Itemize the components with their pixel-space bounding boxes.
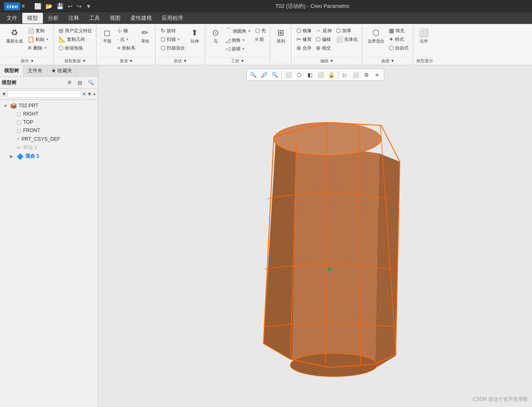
- fill-btn[interactable]: ▦填充: [387, 26, 410, 35]
- sketch-tree-icon: ✏: [17, 144, 21, 151]
- tree-item-top[interactable]: ◻ TOP: [0, 118, 98, 126]
- regen-label: 重新生成: [6, 38, 23, 44]
- extend-btn[interactable]: ↔延伸: [314, 26, 333, 35]
- tree-filter-btn[interactable]: ▤: [76, 78, 84, 87]
- merge-btn[interactable]: ⊕合并: [295, 44, 313, 52]
- trim-btn[interactable]: ✂修剪: [295, 35, 313, 43]
- delete-btn[interactable]: ✕删除 ▼: [26, 44, 51, 52]
- view-more-btn[interactable]: ≡: [372, 70, 382, 80]
- tree-item-front[interactable]: ◻ FRONT: [0, 126, 98, 135]
- solidify-btn[interactable]: ⬜实体化: [334, 35, 359, 43]
- zoom-fit-btn[interactable]: 🔍: [248, 70, 258, 80]
- ribbon-group-model-display: ⬜ 元件 模型显示: [414, 26, 435, 65]
- tree-item-root[interactable]: ▼ 📦 T02.PRT: [0, 102, 98, 110]
- menu-applications[interactable]: 应用程序: [157, 13, 188, 24]
- revolve-btn[interactable]: ↻旋转: [159, 26, 187, 35]
- search-add-btn[interactable]: +: [93, 91, 96, 97]
- menu-tools[interactable]: 工具: [84, 13, 105, 24]
- display-style-btn[interactable]: ◧: [305, 70, 315, 80]
- tree-search-input[interactable]: [7, 90, 81, 98]
- zoom-out-btn[interactable]: 🔍: [270, 70, 280, 80]
- tree-settings-btn[interactable]: ⚙: [65, 78, 74, 87]
- regen-icon: ♻: [11, 28, 18, 38]
- intersect-btn[interactable]: ⊗相交: [314, 44, 333, 52]
- hole-icon: ⊙: [212, 28, 219, 38]
- open-btn[interactable]: 📂: [44, 2, 54, 10]
- group-label-edit: 编辑 ▼: [295, 57, 359, 65]
- sweep-blend-btn[interactable]: ⬡扫描混合: [159, 44, 187, 52]
- tree-item-csys[interactable]: ⌖ PRT_CSYS_DEF: [0, 135, 98, 143]
- window-title: T02 (活动的) - Creo Parametric: [97, 2, 528, 10]
- menu-view[interactable]: 视图: [105, 13, 125, 24]
- tree-item-right[interactable]: ◻ RIGHT: [0, 110, 98, 118]
- tab-model-tree[interactable]: 模型树: [0, 65, 24, 76]
- blend1-label: 混合 1: [25, 153, 39, 160]
- csys-label: PRT_CSYS_DEF: [21, 136, 60, 142]
- redo-btn[interactable]: ↪: [76, 2, 83, 10]
- axis-btn[interactable]: ⊹轴: [116, 26, 137, 35]
- sketch-btn[interactable]: ✏ 草绘: [138, 26, 153, 45]
- shell-btn[interactable]: ⬡壳: [253, 26, 267, 35]
- new-btn[interactable]: ⬜: [33, 2, 43, 10]
- group-label-engineering: 工程 ▼: [208, 57, 267, 65]
- tab-favorites[interactable]: ★ 收藏夹: [47, 65, 77, 76]
- component-icon: ⬜: [419, 28, 429, 38]
- menu-model[interactable]: 模型: [22, 13, 43, 24]
- save-btn[interactable]: 💾: [55, 2, 65, 10]
- regen-button[interactable]: ♻ 重新生成: [4, 26, 25, 45]
- search-dropdown-btn[interactable]: ▼: [87, 91, 92, 97]
- left-panel: 模型树 文件夹 ★ 收藏夹 模型树 ⚙ ▤ 🔍 ▼ ✕ ▼ +: [0, 65, 98, 407]
- named-view-btn[interactable]: ⬜: [284, 70, 293, 80]
- orientation-btn[interactable]: ⬡: [294, 70, 304, 80]
- extrude-icon: ⬆: [191, 28, 198, 38]
- menu-annotation[interactable]: 注释: [64, 13, 84, 24]
- search-bar: ▼ ✕ ▼ +: [0, 89, 98, 100]
- extrude-btn[interactable]: ⬆ 拉伸: [187, 26, 202, 45]
- top-plane-icon: ◻: [17, 119, 21, 125]
- manage-view-btn[interactable]: ⬜: [351, 70, 361, 80]
- cup-front-face: [292, 141, 379, 369]
- search-clear-btn[interactable]: ✕: [82, 91, 86, 97]
- point-btn[interactable]: ·点 ▼: [116, 35, 137, 43]
- sweep-btn[interactable]: ⬡扫描 ▼: [159, 35, 187, 43]
- csys-btn[interactable]: ⌖坐标系: [116, 44, 137, 52]
- section-btn[interactable]: ▷: [340, 70, 350, 80]
- chamfer-btn[interactable]: ◿倒角 ▼: [224, 36, 253, 44]
- freeform-btn[interactable]: ⬡自由式: [387, 44, 410, 52]
- qa-dropdown[interactable]: ▼: [85, 2, 93, 10]
- hole-btn[interactable]: ⊙ 孔: [208, 26, 223, 45]
- front-label: FRONT: [23, 128, 40, 133]
- boundary-blend-btn[interactable]: ⬡ 边界混合: [366, 26, 386, 45]
- pattern-btn[interactable]: ⊞ 阵列: [274, 26, 288, 45]
- draft-btn[interactable]: ◁拔模 ▼: [224, 45, 253, 53]
- round-btn[interactable]: ⌒倒圆角 ▼: [224, 26, 253, 35]
- menubar: 文件 模型 分析 注释 工具 视图 柔性建模 应用程序: [0, 12, 532, 24]
- menu-file[interactable]: 文件: [2, 13, 22, 24]
- shrinkwrap-btn[interactable]: ⬡收缩包络: [57, 44, 94, 52]
- user-defined-feature-btn[interactable]: ⊞用户定义特征: [57, 26, 94, 35]
- viewport[interactable]: 🔍 🔎 🔍 ⬜ ⬡ ◧ ⬜ 🔒 ▷ ⬜ ⚙ ≡: [98, 65, 532, 407]
- copy-geometry-btn[interactable]: 📐复制几何: [57, 35, 94, 43]
- mirror-btn[interactable]: ⬡镜像: [295, 26, 313, 35]
- view-toolbar: 🔍 🔎 🔍 ⬜ ⬡ ◧ ⬜ 🔒 ▷ ⬜ ⚙ ≡: [246, 69, 384, 81]
- thicken-btn[interactable]: ⬡加厚: [334, 26, 359, 35]
- tree-item-blend1[interactable]: ▶ 🔷 混合 1: [0, 152, 98, 161]
- component-btn[interactable]: ⬜ 元件: [416, 26, 431, 45]
- view-settings-btn[interactable]: ⚙: [362, 70, 371, 80]
- plane-btn[interactable]: ◻ 平面: [100, 26, 115, 45]
- menu-analysis[interactable]: 分析: [43, 13, 64, 24]
- paste-btn[interactable]: 📋粘贴 ▼: [26, 35, 51, 43]
- copy-btn[interactable]: ⬜复制: [26, 26, 51, 35]
- tab-folder[interactable]: 文件夹: [24, 65, 47, 76]
- rib-btn[interactable]: ≡筋: [253, 35, 267, 43]
- offset-btn[interactable]: ⬡偏移: [314, 35, 333, 43]
- perspective-btn[interactable]: ⬜: [316, 70, 326, 80]
- sketch1-label: 草绘 1: [23, 144, 37, 151]
- undo-btn[interactable]: ↩: [66, 2, 74, 10]
- lock-btn[interactable]: 🔒: [326, 70, 336, 80]
- style-btn[interactable]: ✦样式: [387, 35, 410, 43]
- menu-flex-modeling[interactable]: 柔性建模: [125, 13, 157, 24]
- tree-item-sketch1[interactable]: ✏ 草绘 1: [0, 143, 98, 152]
- zoom-in-btn[interactable]: 🔎: [259, 70, 269, 80]
- tree-search-btn[interactable]: 🔍: [86, 78, 96, 87]
